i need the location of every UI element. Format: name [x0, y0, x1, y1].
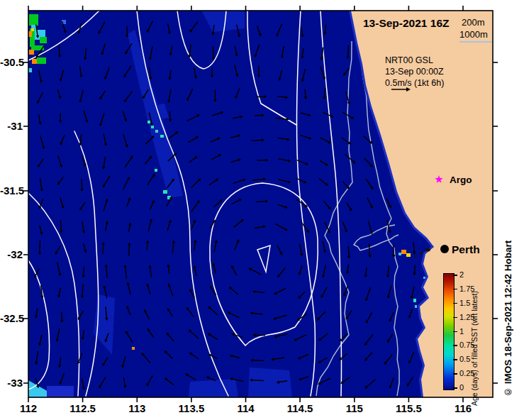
y-tick-label: -32.5: [0, 312, 23, 324]
colorbar-tick: [453, 359, 457, 360]
current-arrow: [103, 245, 104, 254]
x-tick-label: 116: [443, 402, 483, 414]
island: [420, 252, 423, 255]
current-arrow: [394, 245, 394, 255]
model-name: NRT00 GSL: [385, 55, 433, 65]
colorbar-tick: [453, 275, 457, 276]
current-arrow: [415, 265, 416, 272]
x-tick-label: 113: [117, 402, 157, 414]
current-arrow: [256, 201, 265, 202]
x-tick-label: 115.5: [389, 402, 428, 414]
current-arrow: [129, 245, 130, 256]
y-tick-label: -31: [0, 120, 23, 132]
current-arrow: [324, 88, 325, 96]
current-arrow: [413, 242, 414, 251]
current-arrow: [40, 241, 40, 252]
current-arrow: [347, 45, 348, 56]
sst-age-pixel: [29, 50, 34, 55]
island: [414, 255, 417, 258]
colorbar-title: Age (days) of filled SST (wrt latest): [471, 264, 479, 406]
colorbar-tick-label: 0.5: [459, 355, 470, 363]
colorbar-tick-label: 1.5: [459, 299, 470, 307]
depth-legend-1000m-line: [459, 41, 492, 43]
colorbar-tick: [453, 387, 457, 389]
current-arrow: [348, 246, 349, 256]
current-arrow: [169, 111, 170, 119]
sst-age-pixel: [160, 135, 164, 138]
colorbar-tick: [453, 289, 457, 290]
perth-label: Perth: [452, 243, 480, 256]
current-arrow: [213, 46, 213, 57]
y-tick-label: -30.5: [0, 56, 23, 68]
x-tick-label: 114.5: [280, 402, 320, 414]
x-tick-label: 113.5: [172, 402, 211, 414]
y-tick-label: -31.5: [0, 184, 23, 197]
colorbar-tick: [453, 331, 457, 333]
colorbar-tick: [453, 345, 457, 346]
colorbar-tick: [453, 317, 457, 319]
map-date-title: 13-Sep-2021 16Z: [363, 17, 450, 30]
sst-age-pixel: [29, 14, 38, 26]
depth-legend-1000m: 1000m: [459, 29, 488, 40]
colorbar-tick: [453, 373, 457, 375]
sst-age-pixel: [413, 299, 416, 302]
sst-age-pixel: [415, 305, 417, 308]
x-tick-label: 112.5: [63, 402, 103, 414]
current-arrow: [59, 45, 60, 55]
current-arrow: [253, 360, 264, 361]
colorbar-tick-label: 0: [459, 383, 464, 392]
current-arrow: [255, 335, 265, 336]
current-arrow: [61, 220, 62, 231]
sst-age-pixel: [40, 37, 47, 43]
current-arrow: [305, 89, 306, 97]
sst-age-pixel: [151, 126, 154, 128]
sst-age-pixel: [132, 347, 135, 350]
sst-age-pixel: [147, 121, 150, 123]
sst-age-light-patch: [248, 368, 292, 397]
vector-scale-label: 0.5m/s (1kt 6h): [385, 78, 444, 88]
colorbar-tick-label: 1: [459, 327, 464, 336]
y-tick-label: -33: [0, 377, 23, 389]
sst-age-light-patch: [189, 379, 238, 397]
x-tick-label: 114: [226, 402, 266, 414]
sst-age-pixel: [163, 190, 167, 194]
colorbar-tick-label: 2: [459, 270, 464, 279]
sst-age-pixel: [398, 253, 401, 255]
credit-text: © IMOS 18-Sep-2021 12:42 Hobart: [503, 221, 513, 397]
y-tick-label: -32: [0, 248, 23, 260]
colorbar-tick: [453, 303, 457, 304]
island: [425, 248, 430, 252]
imos-ocean-current-map: 21.751.51.2510.750.50.250 13-Sep-2021 16…: [0, 0, 524, 420]
sst-age-pixel: [155, 130, 158, 133]
perth-city-dot: [440, 245, 449, 253]
argo-label: Argo: [450, 175, 472, 185]
x-tick-label: 115: [335, 402, 374, 414]
current-arrow: [147, 243, 147, 250]
sst-age-pixel: [31, 28, 34, 31]
current-arrow: [251, 140, 262, 140]
sst-age-pixel: [32, 59, 37, 64]
model-time: 13-Sep 00:00Z: [385, 67, 444, 77]
x-tick-label: 112: [9, 402, 48, 414]
sst-age-pixel: [406, 253, 411, 257]
sst-age-pixel: [155, 169, 157, 172]
sst-age-step-patch: [47, 386, 74, 397]
current-arrow: [252, 380, 264, 381]
sst-age-pixel: [37, 57, 46, 64]
current-arrow: [62, 311, 62, 320]
depth-legend-200m: 200m: [462, 17, 485, 28]
sst-age-pixel: [401, 250, 406, 254]
